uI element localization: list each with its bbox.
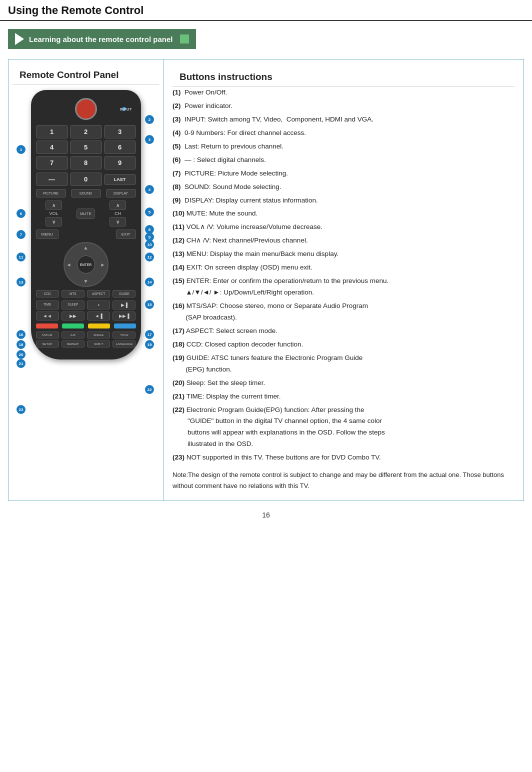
callout-14: 14 [145, 278, 154, 286]
btn-ff[interactable]: ▶▶ [62, 312, 84, 320]
instr-13: (13) MENU: Display the main menu/Back me… [172, 248, 514, 260]
instr-23: (23) NOT supported in this TV. These but… [172, 452, 514, 464]
btn-setup[interactable]: SETUP [36, 340, 59, 348]
btn-6[interactable]: 6 [104, 140, 136, 154]
page-number: 16 [0, 511, 532, 524]
nav-circle-bg[interactable]: ▲ ▼ ◄ ► ENTER [64, 242, 108, 287]
vol-down-button[interactable]: ∨ [46, 217, 62, 226]
btn-sleep[interactable]: SLEEP [62, 300, 84, 310]
vol-block: ∧ VOL ∨ [36, 200, 72, 226]
color-btn-green[interactable] [62, 324, 84, 328]
btn-picture[interactable]: PICTURE [36, 189, 66, 198]
callout-12: 12 [145, 252, 154, 262]
callout-19: 19 [145, 340, 154, 349]
note-text: Note:The design of the remote control is… [172, 470, 514, 492]
btn-angle[interactable]: ANGLE [87, 332, 110, 338]
callout-13: 13 [16, 278, 26, 286]
btn-aspect[interactable]: ASPECT [87, 290, 110, 298]
instr-10: (10) MUTE: Mute the sound. [172, 208, 514, 220]
mode-row: PICTURE SOUND DISPLAY [36, 189, 136, 198]
instr-14: (14) EXIT: On screen display (OSD) menu … [172, 262, 514, 274]
btn-time[interactable]: TIME [36, 300, 59, 310]
ch-up-button[interactable]: ∧ [110, 200, 126, 210]
instr-5: (5) Last: Return to previous channel. [172, 141, 514, 152]
exit-button[interactable]: EXIT [116, 230, 136, 239]
mute-button[interactable]: MUTE [76, 208, 95, 219]
btn-5[interactable]: 5 [70, 140, 102, 154]
btn-prev[interactable]: ◄▐ [87, 312, 110, 320]
nav-circle: ▲ ▼ ◄ ► ENTER [64, 242, 108, 287]
menu-button[interactable]: MENU [36, 230, 59, 239]
remote-body: INPUT 1 2 3 4 5 6 7 8 9 [31, 90, 141, 360]
callout-16: 16 [16, 330, 26, 339]
nav-down-arrow: ▼ [84, 278, 88, 284]
btn-stop[interactable]: ▪ [87, 300, 110, 310]
color-btn-blue[interactable] [114, 324, 136, 328]
btn-dash[interactable]: — [36, 172, 68, 186]
instructions-list: (1) Power On/Off. (2) Power indicator. (… [172, 87, 514, 492]
instr-1: (1) Power On/Off. [172, 87, 514, 98]
btn-next[interactable]: ▶▶▐ [112, 312, 136, 320]
btn-ccd[interactable]: CCD [36, 290, 59, 298]
btn-rew[interactable]: ◄◄ [36, 312, 59, 320]
green-square-icon [180, 34, 189, 44]
color-btn-yellow[interactable] [88, 324, 110, 328]
btn-a-b[interactable]: A-B [62, 332, 84, 338]
nav-right-arrow: ► [100, 262, 106, 268]
callout-1: 1 [16, 145, 26, 154]
left-column: Remote Control Panel 1 2 3 4 5 6 7 8 9 1… [8, 60, 164, 501]
nav-up-arrow: ▲ [84, 245, 88, 250]
ch-down-button[interactable]: ∨ [110, 217, 126, 226]
numpad: 1 2 3 4 5 6 7 8 9 [36, 125, 136, 170]
btn-8[interactable]: 8 [70, 156, 102, 170]
instr-22: (22) Electronic Program Guide(EPG) funct… [172, 404, 514, 450]
vol-mute-ch-row: ∧ VOL ∨ MUTE ∧ CH ∨ [36, 200, 136, 226]
btn-dvd-m[interactable]: DVD-M [36, 332, 59, 338]
instr-7: (7) PICTURE: Picture Mode selecting. [172, 168, 514, 180]
power-button[interactable] [75, 98, 97, 120]
vol-up-button[interactable]: ∧ [46, 200, 62, 210]
callout-4: 4 [145, 185, 154, 194]
btn-play[interactable]: ▶▐ [112, 300, 136, 310]
callout-7: 7 [16, 230, 26, 239]
setup-row: SETUP REPEAT SUB-T LANGUAGE [36, 340, 136, 348]
page-title: Using the Remote Control [8, 4, 524, 17]
ch-block: ∧ CH ∨ [100, 200, 136, 226]
callout-18: 18 [16, 340, 26, 349]
btn-sub-t[interactable]: SUB-T [87, 340, 110, 348]
color-btn-red[interactable] [36, 324, 58, 328]
menu-exit-row: MENU EXIT [36, 230, 136, 239]
callout-6: 6 [16, 209, 26, 218]
btn-title[interactable]: TITLE [112, 332, 136, 338]
btn-language[interactable]: LANGUAGE [112, 340, 136, 348]
zero-row: — 0 LAST [36, 172, 136, 186]
btn-mts[interactable]: MTS [62, 290, 84, 298]
enter-button[interactable]: ENTER [77, 256, 95, 274]
btn-4[interactable]: 4 [36, 140, 68, 154]
instr-6: (6) — : Select digital channels. [172, 154, 514, 166]
btn-9[interactable]: 9 [104, 156, 136, 170]
btn-7[interactable]: 7 [36, 156, 68, 170]
main-table: Remote Control Panel 1 2 3 4 5 6 7 8 9 1… [8, 59, 524, 501]
remote-control-diagram: 1 2 3 4 5 6 7 8 9 10 11 12 13 14 15 16 1… [12, 85, 159, 364]
instr-3: (3) INPUT: Switch among TV, Video, Compo… [172, 114, 514, 126]
btn-3[interactable]: 3 [104, 125, 136, 138]
btn-1[interactable]: 1 [36, 125, 68, 138]
btn-0[interactable]: 0 [70, 172, 102, 186]
instr-9: (9) DISPLAY: Display current status info… [172, 195, 514, 206]
time-row: TIME SLEEP ▪ ▶▐ [36, 300, 136, 310]
instr-18: (18) CCD: Closed caption decoder functio… [172, 339, 514, 350]
instr-16: (16) MTS/SAP: Choose stereo, mono or Sep… [172, 300, 514, 324]
section-banner: Learning about the remote control panel [8, 29, 196, 49]
callout-22: 22 [145, 385, 154, 394]
btn-sound[interactable]: SOUND [71, 189, 101, 198]
btn-last[interactable]: LAST [104, 174, 136, 185]
right-column-header: Buttons instructions [172, 66, 514, 87]
media-row: ◄◄ ▶▶ ◄▐ ▶▶▐ [36, 312, 136, 320]
btn-2[interactable]: 2 [70, 125, 102, 138]
btn-repeat[interactable]: REPEAT [62, 340, 84, 348]
callout-3: 3 [145, 135, 154, 144]
btn-display[interactable]: DISPLAY [106, 189, 136, 198]
btn-guide[interactable]: GUIDE [112, 290, 136, 298]
left-column-header: Remote Control Panel [12, 64, 159, 85]
